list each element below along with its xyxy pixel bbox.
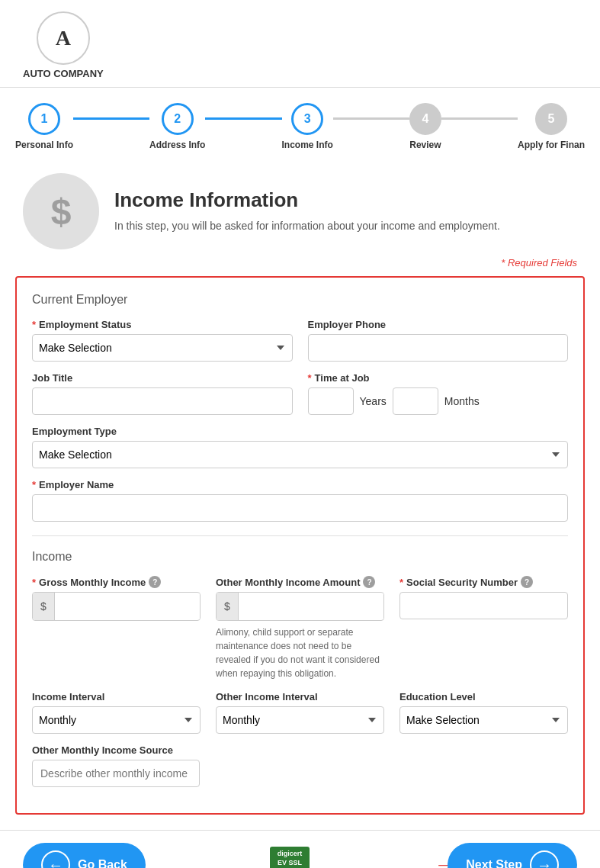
progress-bar: 1 Personal Info 2 Address Info 3 Income … — [0, 88, 600, 158]
page-subtitle: In this step, you will be asked for info… — [114, 218, 500, 234]
step-3-circle[interactable]: 3 — [291, 103, 323, 135]
gross-income-help-icon[interactable]: ? — [149, 576, 161, 588]
years-input[interactable] — [308, 387, 354, 415]
step-3: 3 Income Info — [282, 103, 333, 150]
page-title: Income Information — [114, 188, 500, 212]
step-4: 4 Review — [409, 103, 441, 150]
other-income-input-wrapper: $ — [216, 592, 384, 621]
employment-status-label: * Employment Status — [32, 319, 293, 330]
employment-type-label: Employment Type — [32, 426, 568, 437]
dollar-symbol: $ — [51, 191, 72, 233]
digicert-box: digicert EV SSL — [270, 847, 310, 868]
employment-status-select[interactable]: Make Selection Employed Self-Employed Re… — [32, 334, 293, 362]
ssn-group: * Social Security Number ? — [399, 576, 568, 680]
form-outer: Current Employer * Employment Status Mak… — [15, 276, 585, 815]
time-at-job-label: * Time at Job — [308, 372, 569, 384]
digicert-title: digicert — [278, 850, 303, 859]
ssn-label: * Social Security Number ? — [399, 576, 568, 588]
other-income-interval-group: Other Income Interval Monthly Weekly Bi-… — [216, 691, 384, 734]
employer-name-group: * Employer Name — [32, 479, 568, 522]
gross-income-input[interactable] — [55, 593, 200, 619]
other-income-label: Other Monthly Income Amount ? — [216, 576, 384, 588]
job-title-label: Job Title — [32, 372, 293, 384]
connector-2-3 — [205, 117, 281, 120]
section-info: Income Information In this step, you wil… — [114, 188, 500, 234]
logo-letter: A — [56, 26, 71, 50]
time-at-job-star: * — [308, 372, 312, 384]
form-row-3: Employment Type Make Selection Full-Time… — [32, 426, 568, 468]
employer-name-label: * Employer Name — [32, 479, 568, 490]
years-label: Years — [360, 395, 387, 407]
section-header: $ Income Information In this step, you w… — [0, 158, 600, 257]
months-input[interactable] — [393, 387, 438, 415]
gross-income-star: * — [32, 577, 36, 588]
other-income-interval-label: Other Income Interval — [216, 691, 384, 702]
other-income-prefix: $ — [217, 593, 239, 620]
step-5-label: Apply for Finan — [518, 140, 585, 150]
logo-circle: A — [37, 11, 90, 65]
step-2-circle[interactable]: 2 — [162, 103, 194, 135]
step-5-circle[interactable]: 5 — [535, 103, 567, 135]
form-row-1: * Employment Status Make Selection Emplo… — [32, 319, 568, 362]
section-divider — [32, 535, 568, 536]
ssn-input[interactable] — [399, 592, 568, 619]
employer-name-input[interactable] — [32, 494, 568, 522]
other-income-source-input[interactable] — [32, 760, 200, 787]
next-step-area: → Next Step → — [434, 843, 577, 868]
employer-phone-group: Employer Phone — [308, 319, 569, 362]
time-at-job-group: * Time at Job Years Months — [308, 372, 569, 415]
connector-1-2 — [73, 117, 149, 120]
income-disclaimer: Alimony, child support or separate maint… — [216, 625, 384, 680]
job-title-input[interactable] — [32, 387, 293, 415]
step-4-label: Review — [409, 140, 441, 150]
gross-monthly-income-group: * Gross Monthly Income ? $ — [32, 576, 201, 680]
company-name: AUTO COMPANY — [23, 68, 104, 79]
page-wrapper: A AUTO COMPANY 1 Personal Info 2 Address… — [0, 0, 600, 868]
gross-income-prefix: $ — [33, 593, 55, 620]
time-at-job-row: Years Months — [308, 387, 569, 415]
digicert-evssl: EV SSL — [278, 859, 303, 868]
step-5: 5 Apply for Finan — [518, 103, 585, 150]
job-title-group: Job Title — [32, 372, 293, 415]
go-back-button[interactable]: ← Go Back — [23, 843, 146, 868]
step-1: 1 Personal Info — [15, 103, 73, 150]
connector-3-4 — [333, 117, 409, 120]
income-row-3: Other Monthly Income Source — [32, 744, 568, 787]
income-interval-select[interactable]: Monthly Weekly Bi-Weekly Annual — [32, 706, 201, 734]
gross-income-label: * Gross Monthly Income ? — [32, 576, 201, 588]
employment-type-select[interactable]: Make Selection Full-Time Part-Time Contr… — [32, 441, 568, 468]
other-income-interval-select[interactable]: Monthly Weekly Bi-Weekly Annual — [216, 706, 384, 734]
form-row-2: Job Title * Time at Job Years Months — [32, 372, 568, 415]
months-label: Months — [444, 395, 480, 407]
logo-area: A AUTO COMPANY — [23, 11, 104, 79]
next-step-button[interactable]: Next Step → — [448, 843, 577, 868]
step-1-label: Personal Info — [15, 140, 73, 150]
income-section-title: Income — [32, 550, 568, 564]
education-level-group: Education Level Make Selection High Scho… — [399, 691, 568, 734]
employer-phone-label: Employer Phone — [308, 319, 569, 330]
education-level-select[interactable]: Make Selection High School Some College … — [399, 706, 568, 734]
other-income-source-group: Other Monthly Income Source — [32, 744, 200, 787]
dollar-icon-circle: $ — [23, 173, 99, 249]
next-step-arrow-icon: → — [530, 850, 559, 868]
form-row-4: * Employer Name — [32, 479, 568, 522]
employment-type-group: Employment Type Make Selection Full-Time… — [32, 426, 568, 468]
required-notice: * Required Fields — [0, 257, 600, 276]
income-row-2: Income Interval Monthly Weekly Bi-Weekly… — [32, 691, 568, 734]
employment-status-star: * — [32, 319, 36, 330]
step-4-circle[interactable]: 4 — [409, 103, 441, 135]
step-1-circle[interactable]: 1 — [28, 103, 60, 135]
step-2-label: Address Info — [149, 140, 205, 150]
other-income-group: Other Monthly Income Amount ? $ Alimony,… — [216, 576, 384, 680]
footer: ← Go Back digicert EV SSL 🔒 SECURE → Nex… — [0, 830, 600, 868]
other-income-input[interactable] — [239, 593, 383, 619]
other-income-help-icon[interactable]: ? — [363, 576, 375, 588]
header: A AUTO COMPANY — [0, 0, 600, 88]
steps-row: 1 Personal Info 2 Address Info 3 Income … — [15, 103, 585, 150]
employer-phone-input[interactable] — [308, 334, 569, 362]
next-step-label: Next Step — [466, 858, 522, 868]
go-back-label: Go Back — [78, 858, 127, 868]
income-row-1: * Gross Monthly Income ? $ Other Monthly… — [32, 576, 568, 680]
digicert-badge: digicert EV SSL 🔒 SECURE — [261, 847, 318, 868]
ssn-help-icon[interactable]: ? — [521, 576, 533, 588]
